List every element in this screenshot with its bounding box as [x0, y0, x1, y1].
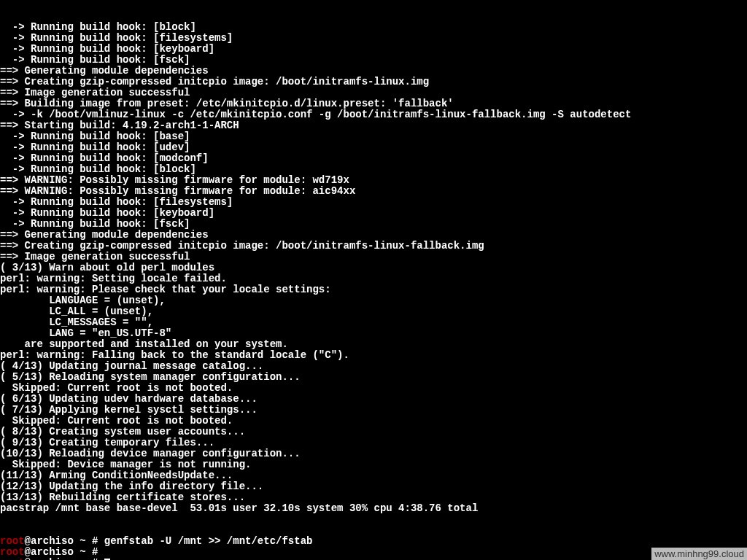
output-line: perl: warning: Falling back to the stand…: [0, 350, 747, 361]
output-line: (11/13) Arming ConditionNeedsUpdate...: [0, 470, 747, 481]
output-line: ==> Starting build: 4.19.2-arch1-1-ARCH: [0, 120, 747, 131]
output-line: ==> Generating module dependencies: [0, 230, 747, 241]
output-line: LANG = "en_US.UTF-8": [0, 328, 747, 339]
prompt-user: root: [0, 557, 25, 560]
prompt-host-path: @archiso ~ #: [25, 557, 104, 560]
output-line: -> Running build hook: [fsck]: [0, 219, 747, 230]
output-line: ( 8/13) Creating system user accounts...: [0, 427, 747, 438]
output-line: LANGUAGE = (unset),: [0, 295, 747, 306]
output-line: pacstrap /mnt base base-devel 53.01s use…: [0, 503, 747, 514]
output-line: (12/13) Updating the info directory file…: [0, 481, 747, 492]
prompt-host-path: @archiso ~ #: [25, 535, 104, 547]
output-line: ==> Image generation successful: [0, 252, 747, 262]
output-line: ( 5/13) Reloading system manager configu…: [0, 372, 747, 383]
output-line: -> Running build hook: [modconf]: [0, 153, 747, 164]
shell-prompt[interactable]: root@archiso ~ #: [0, 547, 747, 558]
terminal-output[interactable]: -> Running build hook: [block] -> Runnin…: [0, 0, 747, 560]
output-line: ==> Creating gzip-compressed initcpio im…: [0, 77, 747, 88]
output-line: LC_ALL = (unset),: [0, 306, 747, 317]
prompt-host-path: @archiso ~ #: [25, 546, 104, 558]
output-line: ( 7/13) Applying kernel sysctl settings.…: [0, 405, 747, 416]
output-line: -> Running build hook: [keyboard]: [0, 208, 747, 219]
output-line: -> Running build hook: [keyboard]: [0, 44, 747, 55]
output-line: LC_MESSAGES = "",: [0, 317, 747, 328]
output-line: ( 3/13) Warn about old perl modules: [0, 262, 747, 273]
output-line: ( 4/13) Updating journal message catalog…: [0, 361, 747, 372]
output-line: ==> WARNING: Possibly missing firmware f…: [0, 175, 747, 186]
prompt-user: root: [0, 546, 25, 558]
output-line: -> Running build hook: [block]: [0, 22, 747, 33]
output-line: -> Running build hook: [filesystems]: [0, 197, 747, 208]
command-text: genfstab -U /mnt >> /mnt/etc/fstab: [104, 535, 313, 547]
output-line: Skipped: Current root is not booted.: [0, 383, 747, 394]
output-line: -> Running build hook: [udev]: [0, 142, 747, 153]
output-line: ==> Creating gzip-compressed initcpio im…: [0, 241, 747, 252]
output-line: (10/13) Reloading device manager configu…: [0, 448, 747, 459]
output-line: ==> Building image from preset: /etc/mki…: [0, 98, 747, 109]
output-line: ==> Image generation successful: [0, 88, 747, 98]
output-line: perl: warning: Please check that your lo…: [0, 284, 747, 295]
output-line: -> Running build hook: [base]: [0, 131, 747, 142]
output-line: ==> Generating module dependencies: [0, 66, 747, 77]
output-line: ==> WARNING: Possibly missing firmware f…: [0, 186, 747, 197]
output-line: ( 9/13) Creating temporary files...: [0, 438, 747, 448]
output-line: -> Running build hook: [fsck]: [0, 55, 747, 66]
output-line: -> Running build hook: [filesystems]: [0, 33, 747, 44]
output-line: (13/13) Rebuilding certificate stores...: [0, 492, 747, 503]
watermark: www.minhng99.cloud: [651, 548, 747, 560]
output-line: perl: warning: Setting locale failed.: [0, 273, 747, 284]
output-line: ( 6/13) Updating udev hardware database.…: [0, 394, 747, 405]
prompt-user: root: [0, 535, 25, 547]
output-line: -> -k /boot/vmlinuz-linux -c /etc/mkinit…: [0, 109, 747, 120]
shell-prompt[interactable]: root@archiso ~ # genfstab -U /mnt >> /mn…: [0, 536, 747, 547]
output-line: Skipped: Current root is not booted.: [0, 416, 747, 427]
output-line: -> Running build hook: [block]: [0, 164, 747, 175]
output-line: are supported and installed on your syst…: [0, 339, 747, 350]
output-line: Skipped: Device manager is not running.: [0, 459, 747, 470]
